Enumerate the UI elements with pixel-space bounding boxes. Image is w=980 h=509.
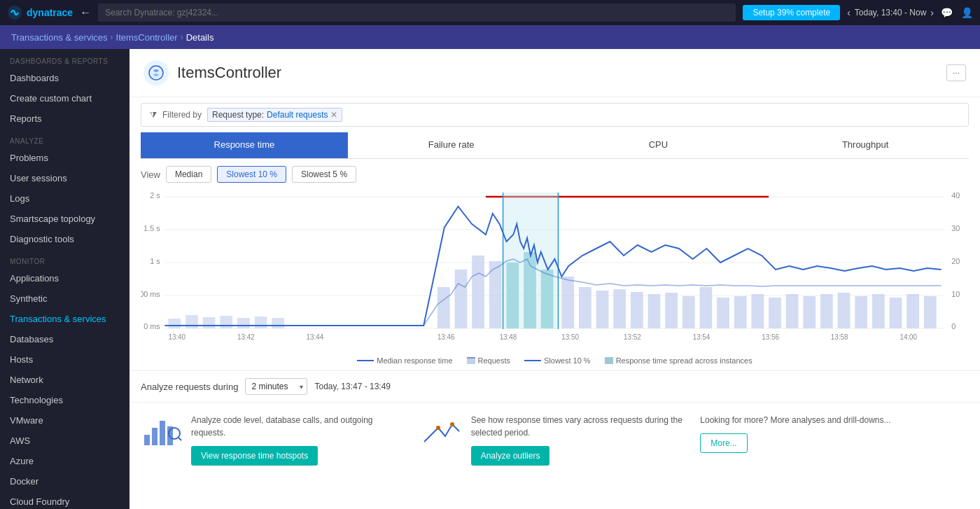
user-icon[interactable]: 👤: [961, 7, 973, 18]
svg-rect-27: [472, 256, 484, 328]
cards-row: Analyze code level, database calls, and …: [130, 402, 980, 477]
time-next-button[interactable]: ›: [930, 7, 934, 18]
content-header: ItemsController ···: [130, 49, 980, 97]
svg-rect-18: [168, 319, 181, 328]
svg-rect-22: [237, 318, 250, 328]
view-slowest10-button[interactable]: Slowest 10 %: [217, 166, 286, 183]
chat-icon[interactable]: 💬: [941, 7, 953, 18]
time-prev-button[interactable]: ‹: [847, 7, 850, 18]
sidebar-item-vmware[interactable]: VMware: [0, 410, 130, 431]
sidebar-item-aws[interactable]: AWS: [0, 431, 130, 451]
legend-median-label: Median response time: [377, 356, 452, 365]
filter-key: Request type:: [212, 110, 264, 120]
sidebar-item-diagnostic[interactable]: Diagnostic tools: [0, 229, 130, 249]
main-content: ItemsController ··· ⧩ Filtered by Reques…: [130, 49, 980, 509]
sidebar-item-dashboards[interactable]: Dashboards: [0, 68, 130, 88]
svg-rect-39: [631, 292, 643, 328]
sidebar-item-transactions[interactable]: Transactions & services: [0, 309, 130, 329]
svg-rect-70: [160, 421, 165, 445]
service-icon: [144, 60, 169, 85]
hotspots-chart-icon: [141, 414, 183, 449]
tab-failure-rate[interactable]: Failure rate: [348, 132, 555, 158]
svg-rect-54: [890, 298, 902, 328]
view-slowest5-button[interactable]: Slowest 5 %: [292, 166, 356, 183]
legend-requests: Requests: [467, 356, 510, 365]
sidebar-item-hosts[interactable]: Hosts: [0, 349, 130, 370]
svg-point-75: [450, 422, 454, 426]
svg-rect-48: [786, 294, 799, 328]
svg-text:30: 30: [951, 224, 960, 232]
svg-text:0: 0: [951, 322, 955, 330]
breadcrumb-details[interactable]: Details: [186, 32, 214, 43]
svg-rect-42: [682, 296, 695, 328]
sidebar-item-docker[interactable]: Docker: [0, 471, 130, 491]
svg-text:20: 20: [951, 257, 960, 265]
card-more-text: Looking for more? More analyses and dril…: [700, 414, 969, 453]
more-options-button[interactable]: ···: [946, 64, 966, 81]
svg-text:1.5 s: 1.5 s: [144, 224, 160, 232]
svg-rect-26: [455, 270, 468, 328]
sidebar-item-applications[interactable]: Applications: [0, 268, 130, 288]
svg-rect-53: [872, 294, 885, 328]
analyze-outliers-button[interactable]: Analyze outliers: [471, 446, 550, 466]
svg-rect-68: [144, 435, 150, 445]
breadcrumb-controller[interactable]: ItemsController: [116, 32, 178, 43]
sidebar-item-problems[interactable]: Problems: [0, 148, 130, 168]
svg-text:13:52: 13:52: [624, 333, 641, 341]
svg-text:13:50: 13:50: [561, 333, 579, 341]
sidebar-item-databases[interactable]: Databases: [0, 329, 130, 349]
time-range: ‹ Today, 13:40 - Now ›: [847, 7, 934, 18]
svg-rect-24: [272, 318, 284, 328]
outliers-chart-icon: [421, 414, 463, 449]
sidebar-item-cloudfoundry[interactable]: Cloud Foundry: [0, 491, 130, 509]
topbar-icons: 💬 👤: [941, 7, 973, 18]
view-hotspots-button[interactable]: View response time hotspots: [191, 446, 318, 466]
page-title: ItemsController: [177, 64, 281, 82]
sidebar-item-synthetic[interactable]: Synthetic: [0, 288, 130, 309]
setup-button[interactable]: Setup 39% complete: [743, 5, 840, 20]
view-median-button[interactable]: Median: [166, 166, 211, 183]
breadcrumb-transactions[interactable]: Transactions & services: [11, 32, 108, 43]
chart-tabs: Response time Failure rate CPU Throughpu…: [141, 132, 969, 159]
card-hotspots-description: Analyze code level, database calls, and …: [191, 414, 410, 439]
svg-text:10: 10: [951, 290, 960, 298]
analyze-duration-select[interactable]: 1 minute 2 minutes 5 minutes 10 minutes: [245, 378, 307, 395]
sidebar-section-dashboards: Dashboards & reports: [0, 49, 130, 68]
svg-point-1: [149, 66, 163, 80]
back-button[interactable]: ←: [80, 6, 91, 19]
sidebar-item-technologies[interactable]: Technologies: [0, 390, 130, 410]
chart-area: 2 s 1.5 s 1 s 500 ms 0 ms 40 30 20 10 0: [130, 186, 980, 354]
card-hotspots-icon: [141, 414, 183, 451]
svg-rect-50: [820, 294, 833, 328]
sidebar-item-network[interactable]: Network: [0, 370, 130, 390]
breadcrumb: Transactions & services › ItemsControlle…: [0, 25, 980, 49]
svg-text:13:54: 13:54: [693, 333, 710, 341]
card-outliers: See how response times vary across reque…: [421, 414, 690, 466]
sidebar-item-user-sessions[interactable]: User sessions: [0, 168, 130, 188]
filter-value[interactable]: Default requests: [267, 110, 328, 120]
svg-rect-23: [255, 316, 267, 328]
sidebar: Dashboards & reports Dashboards Create c…: [0, 49, 130, 509]
svg-rect-37: [596, 291, 609, 328]
card-hotspots: Analyze code level, database calls, and …: [141, 414, 410, 466]
sidebar-item-smartscape[interactable]: Smartscape topology: [0, 209, 130, 229]
filter-remove-button[interactable]: ✕: [330, 110, 337, 120]
svg-point-74: [436, 426, 440, 430]
tab-response-time[interactable]: Response time: [141, 132, 348, 158]
tab-cpu[interactable]: CPU: [555, 132, 762, 158]
view-controls: View Median Slowest 10 % Slowest 5 %: [130, 159, 980, 186]
card-hotspots-text: Analyze code level, database calls, and …: [191, 414, 410, 466]
sidebar-item-reports[interactable]: Reports: [0, 109, 130, 129]
svg-text:13:58: 13:58: [831, 333, 848, 341]
tab-throughput[interactable]: Throughput: [762, 132, 969, 158]
sidebar-item-azure[interactable]: Azure: [0, 451, 130, 471]
svg-rect-32: [506, 263, 519, 328]
search-input[interactable]: [98, 4, 736, 22]
svg-line-73: [178, 438, 181, 440]
sidebar-item-logs[interactable]: Logs: [0, 188, 130, 209]
svg-rect-34: [541, 270, 554, 328]
more-analyses-button[interactable]: More...: [700, 433, 747, 453]
sidebar-item-create-chart[interactable]: Create custom chart: [0, 88, 130, 109]
svg-text:500 ms: 500 ms: [141, 290, 160, 298]
chart-legend: Median response time Requests Slowest 10…: [130, 354, 980, 370]
